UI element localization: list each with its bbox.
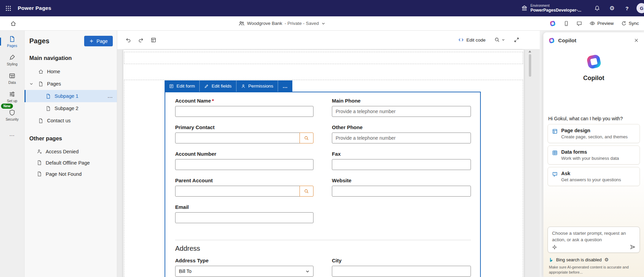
tree-item-default-offline-page[interactable]: Default Offline Page (25, 157, 117, 168)
email-input[interactable] (175, 212, 313, 223)
code-brackets-icon (458, 37, 464, 43)
fax-input[interactable] (332, 159, 471, 170)
rail-item-pages[interactable]: Pages (0, 32, 24, 51)
account-number-input[interactable] (175, 159, 313, 170)
settings-gear-icon[interactable]: ⚙ (607, 3, 617, 14)
comments-icon[interactable] (574, 19, 584, 28)
form-left-column: Account Name* Primary Contact (175, 98, 313, 231)
tree-item-subpage-1[interactable]: Subpage 1 … (25, 90, 117, 102)
pages-panel: Pages Page Main navigation Home Pages Su… (25, 31, 117, 277)
bing-icon (549, 258, 553, 262)
rail-more-options-icon[interactable]: … (0, 128, 24, 141)
form-right-column: Main Phone Other Phone Fax Website (332, 98, 471, 231)
lookup-search-icon[interactable] (300, 133, 313, 143)
tree-item-home[interactable]: Home (25, 65, 117, 78)
chat-input-placeholder: Choose a starter prompt, request an acti… (552, 230, 635, 243)
permissions-button[interactable]: Permissions (236, 80, 278, 92)
user-avatar[interactable]: G (637, 3, 644, 13)
starter-card-page-design[interactable]: Page design Create page, section, and th… (548, 124, 640, 143)
close-icon[interactable] (633, 37, 640, 44)
page-layout-icon[interactable] (151, 37, 156, 43)
design-canvas: Edit code (117, 31, 540, 277)
rail-item-set-up[interactable]: Set up (0, 88, 24, 106)
empty-section-dropzone[interactable] (124, 52, 523, 64)
rail-item-styling[interactable]: Styling (0, 51, 24, 69)
account-name-input[interactable] (175, 106, 313, 117)
app-title: Power Pages (18, 5, 51, 11)
field-main-phone: Main Phone (332, 98, 471, 117)
scrollbar-thumb[interactable] (529, 54, 531, 77)
tree-item-subpage-2[interactable]: Subpage 2 (25, 102, 117, 114)
other-phone-input[interactable] (332, 133, 471, 143)
person-denied-icon (37, 149, 42, 154)
notifications-bell-icon[interactable] (592, 3, 602, 14)
set-up-sliders-icon (9, 91, 15, 97)
send-icon[interactable] (630, 244, 635, 250)
scrollbar-up-arrow[interactable] (528, 50, 531, 52)
chevron-down-icon (305, 269, 310, 274)
sync-button[interactable]: Sync (619, 19, 641, 28)
add-page-button[interactable]: Page (84, 36, 113, 46)
address-type-select[interactable]: Bill To (175, 266, 313, 277)
tree-item-pages[interactable]: Pages (25, 78, 117, 90)
page-icon (37, 160, 42, 165)
tree-item-page-not-found[interactable]: Page Not Found (25, 168, 117, 180)
help-icon[interactable]: ? (622, 3, 632, 14)
copilot-toggle-icon[interactable] (547, 18, 558, 29)
chevron-down-icon[interactable] (29, 82, 33, 86)
app-launcher-waffle-icon[interactable] (0, 0, 16, 16)
canvas-scrollbar[interactable] (528, 50, 532, 277)
account-form[interactable]: Account Name* Primary Contact (165, 92, 481, 277)
field-other-phone: Other Phone (332, 124, 471, 143)
lookup-search-icon[interactable] (300, 186, 313, 197)
edit-fields-button[interactable]: Edit fields (199, 80, 236, 92)
sync-icon (621, 21, 627, 26)
environment-label: Environment (531, 4, 581, 8)
fullscreen-expand-icon[interactable] (514, 37, 519, 43)
parent-account-input[interactable] (175, 186, 300, 197)
pages-panel-title: Pages (29, 37, 49, 45)
edit-code-button[interactable]: Edit code (458, 37, 486, 43)
pages-icon (9, 36, 15, 42)
home-icon[interactable] (8, 18, 18, 29)
page-icon (46, 106, 51, 111)
rail-item-security[interactable]: New Security (0, 106, 24, 124)
site-name-dropdown[interactable]: Woodgrove Bank - Private - Saved (239, 16, 325, 30)
tree-item-access-denied[interactable]: Access Denied (25, 146, 117, 157)
zoom-control[interactable] (494, 37, 505, 43)
ai-disclaimer: Make sure AI-generated content is accura… (543, 264, 644, 277)
environment-picker[interactable]: Environment PowerPagesDeveloper-... (521, 4, 581, 13)
data-table-icon (9, 73, 15, 79)
rail-item-data[interactable]: Data (0, 69, 24, 88)
copilot-chat-input[interactable]: Choose a starter prompt, request an acti… (548, 227, 640, 253)
page-icon (37, 171, 42, 176)
device-preview-icon[interactable] (561, 19, 571, 28)
canvas-scroll-area[interactable]: Edit form Edit fields Permissions … (117, 49, 540, 277)
field-city: City (332, 258, 471, 277)
styling-brush-icon (9, 54, 15, 61)
copilot-panel: Copilot Copilot Hi Gokul, what can I hel… (541, 31, 644, 277)
tree-item-contact-us[interactable]: Contact us (25, 114, 117, 127)
redo-icon[interactable] (138, 37, 144, 43)
city-input[interactable] (332, 266, 471, 277)
edit-form-button[interactable]: Edit form (165, 80, 199, 92)
site-status: - Private - Saved (285, 21, 319, 26)
website-input[interactable] (332, 186, 471, 197)
prompt-library-icon[interactable] (552, 245, 557, 250)
page-design-icon (552, 128, 558, 139)
starter-card-data-forms[interactable]: Data forms Work with your business data (548, 145, 640, 165)
field-email: Email (175, 204, 313, 223)
power-pages-studio: { "top_bar": { "app_name": "Power Pages"… (0, 0, 644, 277)
bing-settings-gear-icon[interactable]: ⚙ (604, 257, 609, 262)
page-artboard: Edit form Edit fields Permissions … (123, 50, 524, 277)
form-toolbar-more-icon[interactable]: … (278, 80, 292, 92)
magnifier-icon (494, 37, 500, 43)
preview-button[interactable]: Preview (587, 19, 616, 28)
undo-icon[interactable] (125, 37, 131, 43)
person-icon (241, 84, 246, 89)
pencil-icon (204, 84, 209, 89)
starter-card-ask[interactable]: ? Ask Get answers to your questions (548, 167, 640, 186)
eye-icon (589, 20, 595, 26)
primary-contact-input[interactable] (175, 133, 300, 143)
main-phone-input[interactable] (332, 106, 471, 117)
